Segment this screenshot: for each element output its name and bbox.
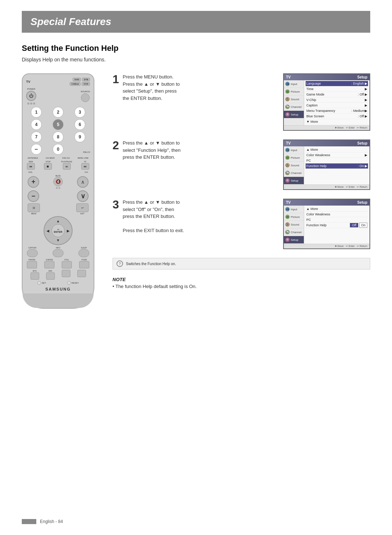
vol-label: VOL (28, 171, 33, 173)
source-button[interactable] (81, 93, 90, 102)
p-mode-button[interactable] (27, 261, 37, 268)
step-3-line2: select "Off" or "On", then (123, 207, 174, 212)
num-7-button[interactable]: 7 (31, 131, 42, 142)
vol-down-button[interactable]: − (28, 190, 39, 202)
still-label: STILL (64, 259, 69, 261)
tv-menu-2-content: ▲ More Color Weakness▶ PC Function Help:… (304, 146, 369, 185)
num-0-button[interactable]: 0 (53, 144, 64, 155)
mute-button[interactable]: 🔇 (53, 177, 63, 186)
menu2-row-function-help: Function Help: On ▶ (306, 163, 368, 169)
main-content: TV DVD STB CABLE VCR POWER ⏻ (22, 73, 370, 309)
antenna-label: ANTENNA (28, 157, 38, 159)
remote-body: TV DVD STB CABLE VCR POWER ⏻ (22, 73, 94, 309)
num-dash-button[interactable]: – (31, 144, 42, 155)
step-2-line1: Press the ▲ or ▼ button to (123, 140, 180, 146)
sidebar-channel: 📡 Channel (284, 103, 304, 111)
p-mode-label: P.MODE (28, 259, 35, 261)
num-6-button[interactable]: 6 (74, 119, 85, 130)
exit-button[interactable]: ↩ (76, 203, 89, 212)
nav-up-button[interactable]: ▲ (56, 219, 60, 223)
s-mode-button[interactable] (44, 261, 54, 268)
num-1-button[interactable]: 1 (31, 107, 42, 118)
ch-up-button[interactable]: ∧ (77, 176, 89, 188)
remote-control: TV DVD STB CABLE VCR POWER ⏻ (22, 73, 102, 309)
step-1-line2: Press the ▲ or ▼ button to (123, 81, 180, 87)
sleep-button[interactable] (78, 249, 89, 257)
menu-row-more: ▼ More (306, 119, 368, 125)
sound-icon: 🔊 (285, 97, 290, 101)
menu-button[interactable]: ⊟ (28, 203, 40, 212)
caption-button[interactable] (27, 249, 38, 257)
p-size-button[interactable] (79, 261, 89, 268)
tv-menu-2-title: Setup (357, 141, 367, 145)
step-1-line3: select "Setup", then press (123, 88, 177, 94)
info-circle-icon: ? (117, 260, 123, 267)
tv-menu-2-body: 📺 Input 🖼 Picture 🔊 Sound 📡 (284, 146, 369, 185)
num-2-button[interactable]: 2 (53, 107, 64, 118)
srs-button[interactable] (46, 272, 55, 280)
page-title: Special Features (30, 16, 362, 28)
tv-menu-1-body: 📺 Input 🖼 Picture 🔊 Sound 📡 (284, 80, 369, 125)
step-2-left: 2 Press the ▲ or ▼ button to select "Fun… (113, 139, 277, 190)
stop-button[interactable]: ⏹ (44, 163, 52, 170)
vol-up-button[interactable]: + (28, 176, 39, 188)
stb-button[interactable]: STB (82, 78, 90, 81)
tv-menu-1: TV Setup 📺 Input 🖼 Picture (283, 73, 370, 131)
setup-icon: ⚙ (285, 112, 290, 117)
power-button[interactable]: ⏻ (26, 91, 36, 101)
ff-button[interactable]: ⏭ (81, 163, 89, 170)
tv-menu-3-content: ▲ More Color Weakness PC Function Help O… (304, 206, 369, 244)
still-button[interactable] (62, 261, 72, 268)
step-1-text: Press the MENU button. Press the ▲ or ▼ … (123, 73, 277, 102)
vcr-button[interactable]: VCR (82, 82, 90, 86)
tv-menu-2: TV Setup 📺 Input 🖼 Picture (283, 139, 370, 190)
num-5-button[interactable]: 5 (53, 119, 64, 130)
num-3-button[interactable]: 3 (74, 107, 85, 118)
rew-button[interactable]: ⏮ (27, 163, 35, 170)
reset-dot[interactable] (67, 281, 71, 285)
ch-down-button[interactable]: ∨ (77, 190, 89, 202)
note-section: NOTE • The function Help default setting… (113, 277, 370, 289)
setup3-icon: ⚙ (285, 238, 290, 242)
sidebar3-setup: ⚙ Setup (284, 236, 304, 244)
menu-row-caption: Caption▶ (306, 103, 368, 108)
info-box-text: Switches the Function Help on. (126, 262, 176, 266)
step-3-number: 3 (113, 199, 120, 210)
play-pause-button[interactable]: ⏯ (63, 163, 71, 170)
cable-button[interactable]: CABLE (70, 82, 81, 86)
nav-down-button[interactable]: ▼ (56, 238, 60, 242)
sidebar2-picture: 🖼 Picture (284, 154, 304, 162)
menu-row-game-mode: Game Mode: Off ▶ (306, 92, 368, 97)
num-8-button[interactable]: 8 (53, 131, 64, 142)
stop-label: STOP (45, 161, 50, 163)
enter-button[interactable]: ↩ ENTER (52, 224, 65, 237)
vol-ch-down-area: − ∨ (28, 190, 89, 202)
ch-label: CH (85, 171, 88, 173)
tv-menu-1-content: Language: English ▶ Time▶ Game Mode: Off… (304, 80, 369, 125)
extra-button-1[interactable] (62, 270, 70, 277)
mts-button[interactable] (30, 272, 39, 280)
sidebar3-channel: 📡 Channel (284, 228, 304, 236)
extra-button-2[interactable] (77, 270, 86, 277)
sidebar-setup: ⚙ Setup (284, 111, 304, 118)
sidebar2-channel: 📡 Channel (284, 169, 304, 177)
input-icon: 📺 (285, 82, 290, 86)
step-3-line1: Press the ▲ or ▼ button to (123, 199, 180, 205)
num-9-button[interactable]: 9 (74, 131, 85, 142)
dvd-button[interactable]: DVD (73, 78, 81, 81)
tv-menu-3-title: Setup (357, 200, 367, 204)
input2-icon: 📺 (285, 148, 290, 152)
set-dot[interactable] (37, 281, 41, 285)
tv-menu-3-sidebar: 📺 Input 🖼 Picture 🔊 Sound 📡 (284, 206, 304, 244)
step-2-block: 2 Press the ▲ or ▼ button to select "Fun… (113, 139, 370, 190)
sound2-icon: 🔊 (285, 163, 290, 167)
num-4-button[interactable]: 4 (31, 119, 42, 130)
channel-icon: 📡 (285, 105, 290, 109)
nav-right-button[interactable]: ▶ (67, 229, 70, 233)
note-bullet: • The function Help default setting is O… (113, 284, 370, 289)
sidebar-sound-label: Sound (291, 98, 299, 101)
info-button[interactable] (53, 249, 64, 257)
sidebar2-sound: 🔊 Sound (284, 162, 304, 169)
nav-left-button[interactable]: ◀ (46, 229, 49, 233)
menu2-row-color-weakness: Color Weakness▶ (306, 153, 368, 158)
